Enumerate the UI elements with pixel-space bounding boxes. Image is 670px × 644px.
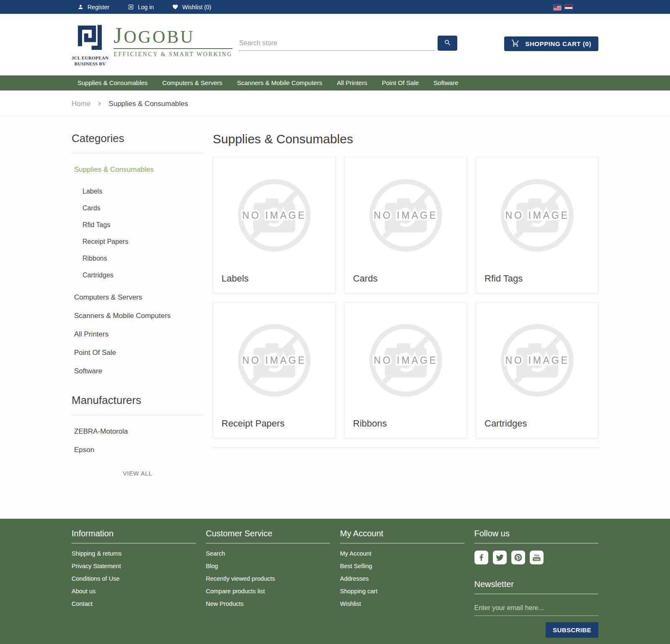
search-button[interactable] <box>438 36 457 51</box>
search-area <box>238 36 457 51</box>
footer-link-search[interactable]: Search <box>206 551 330 556</box>
subcategory-item-cards[interactable]: Cards <box>82 205 204 212</box>
register-label: Register <box>88 4 109 10</box>
facebook-icon[interactable] <box>474 551 488 564</box>
follow-us-title: Follow us <box>474 529 599 543</box>
sidebar: Categories Supplies & ConsumablesLabelsC… <box>72 132 204 477</box>
category-card-ribbons[interactable]: NO IMAGE Ribbons <box>344 302 467 438</box>
view-all-link[interactable]: VIEW ALL <box>72 470 204 477</box>
breadcrumb-current: Supplies & Consumables <box>108 100 188 108</box>
heart-icon <box>172 4 178 10</box>
footer-column-follow: Follow us YouTube Newsletter SUBSCRIBE <box>474 529 599 638</box>
wishlist-label: Wishlist (0) <box>182 4 211 10</box>
nav-item-supplies-consumables[interactable]: Supplies & Consumables <box>77 79 148 86</box>
footer-column-customer-service: Customer ServiceSearchBlogRecently viewe… <box>206 529 330 638</box>
footer-link-recently-viewed-products[interactable]: Recently viewed products <box>206 576 330 582</box>
footer: InformationShipping & returnsPrivacy Sta… <box>0 519 670 644</box>
breadcrumb-strip: Home Supplies & Consumables <box>0 91 670 117</box>
footer-link-best-selling[interactable]: Best Selling <box>340 563 464 569</box>
svg-text:NO IMAGE: NO IMAGE <box>374 210 438 221</box>
footer-link-blog[interactable]: Blog <box>206 563 330 569</box>
subscribe-button[interactable]: SUBSCRIBE <box>546 622 598 638</box>
svg-text:NO IMAGE: NO IMAGE <box>242 355 306 366</box>
footer-link-new-products[interactable]: New Products <box>206 601 330 607</box>
footer-link-compare-products-list[interactable]: Compare products list <box>206 588 330 594</box>
footer-link-addresses[interactable]: Addresses <box>340 576 464 582</box>
page-content: Categories Supplies & ConsumablesLabelsC… <box>72 117 598 519</box>
newsletter-form: SUBSCRIBE <box>474 601 599 638</box>
footer-link-shopping-cart[interactable]: Shopping cart <box>340 588 464 594</box>
category-card-cartridges[interactable]: NO IMAGE Cartridges <box>476 302 598 438</box>
category-item-supplies-consumables[interactable]: Supplies & Consumables <box>74 166 204 173</box>
category-item-scanners-mobile-computers[interactable]: Scanners & Mobile Computers <box>74 312 204 319</box>
footer-heading-information: Information <box>72 529 196 543</box>
shopping-cart-button[interactable]: SHOPPING CART (0) <box>504 36 598 51</box>
nav-item-software[interactable]: Software <box>433 79 458 86</box>
category-card-cards[interactable]: NO IMAGE Cards <box>344 157 467 293</box>
brand-tagline: EFFICIENCY & SMART WORKING <box>113 51 232 58</box>
wishlist-link[interactable]: Wishlist (0) <box>172 4 211 10</box>
language-selector <box>554 5 572 10</box>
categories-title: Categories <box>72 132 204 153</box>
footer-link-about-us[interactable]: About us <box>72 588 196 594</box>
category-card-rfid-tags[interactable]: NO IMAGE Rfid Tags <box>476 157 598 293</box>
login-link[interactable]: Log in <box>128 4 154 10</box>
no-image-placeholder: NO IMAGE <box>345 303 466 418</box>
brand-name: JOGOBU <box>113 25 232 49</box>
search-input[interactable] <box>238 36 435 51</box>
breadcrumb-home-link[interactable]: Home <box>72 100 90 108</box>
category-item-all-printers[interactable]: All Printers <box>74 331 204 338</box>
svg-text:NO IMAGE: NO IMAGE <box>374 355 438 366</box>
subcategory-item-receipt-papers[interactable]: Receipt Papers <box>82 238 204 245</box>
svg-text:NO IMAGE: NO IMAGE <box>242 210 306 221</box>
logo-mark-icon <box>75 23 105 54</box>
cart-icon <box>511 39 520 49</box>
footer-link-contact[interactable]: Contact <box>72 601 196 607</box>
footer-column-my-account: My AccountMy AccountBest SellingAddresse… <box>340 529 464 638</box>
card-title: Cartridges <box>476 418 598 438</box>
card-title: Labels <box>213 273 335 293</box>
subcategory-item-rfid-tags[interactable]: Rfid Tags <box>82 222 204 228</box>
store-logo[interactable]: JCL EUROPEAN BUSINESS BV JOGOBU EFFICIEN… <box>72 23 232 67</box>
card-title: Ribbons <box>345 418 466 438</box>
footer-link-shipping-returns[interactable]: Shipping & returns <box>72 551 196 556</box>
login-label: Log in <box>138 4 154 10</box>
register-link[interactable]: Register <box>77 4 109 10</box>
card-title: Receipt Papers <box>213 418 335 438</box>
footer-link-my-account[interactable]: My Account <box>340 551 464 556</box>
no-image-placeholder: NO IMAGE <box>213 158 335 273</box>
logo-company-name: JCL EUROPEAN BUSINESS BV <box>72 55 108 67</box>
divider <box>213 447 598 448</box>
manufacturer-item-epson[interactable]: Epson <box>74 446 204 453</box>
subcategory-item-labels[interactable]: Labels <box>82 188 204 195</box>
nav-item-all-printers[interactable]: All Printers <box>337 79 367 86</box>
subcategory-item-cartridges[interactable]: Cartridges <box>82 272 204 279</box>
footer-link-conditions-of-use[interactable]: Conditions of Use <box>72 576 196 582</box>
svg-text:NO IMAGE: NO IMAGE <box>505 210 569 221</box>
nl-flag-icon[interactable] <box>565 5 572 10</box>
manufacturer-item-zebra-motorola[interactable]: ZEBRA-Motorola <box>74 428 204 435</box>
header: JCL EUROPEAN BUSINESS BV JOGOBU EFFICIEN… <box>0 14 670 75</box>
nav-item-computers-servers[interactable]: Computers & Servers <box>162 79 222 86</box>
pinterest-icon[interactable] <box>511 551 525 564</box>
us-flag-icon[interactable] <box>554 5 561 10</box>
nav-item-scanners-mobile-computers[interactable]: Scanners & Mobile Computers <box>237 79 322 86</box>
twitter-icon[interactable] <box>493 551 507 564</box>
no-image-placeholder: NO IMAGE <box>476 303 598 418</box>
person-icon <box>77 4 84 10</box>
subcategory-item-ribbons[interactable]: Ribbons <box>82 255 204 262</box>
nav-item-point-of-sale[interactable]: Point Of Sale <box>382 79 419 86</box>
youtube-icon[interactable]: YouTube <box>530 551 544 564</box>
card-title: Rfid Tags <box>476 273 598 293</box>
category-card-labels[interactable]: NO IMAGE Labels <box>213 157 335 293</box>
category-item-point-of-sale[interactable]: Point Of Sale <box>74 349 204 356</box>
page-title: Supplies & Consumables <box>213 132 598 146</box>
footer-link-privacy-statement[interactable]: Privacy Statement <box>72 563 196 569</box>
card-title: Cards <box>345 273 466 293</box>
newsletter-email-input[interactable] <box>474 601 599 616</box>
footer-link-wishlist[interactable]: Wishlist <box>340 601 464 607</box>
category-card-receipt-papers[interactable]: NO IMAGE Receipt Papers <box>213 302 335 438</box>
category-item-computers-servers[interactable]: Computers & Servers <box>74 294 204 301</box>
category-item-software[interactable]: Software <box>74 367 204 375</box>
top-bar: Register Log in Wishlist (0) <box>0 0 670 14</box>
